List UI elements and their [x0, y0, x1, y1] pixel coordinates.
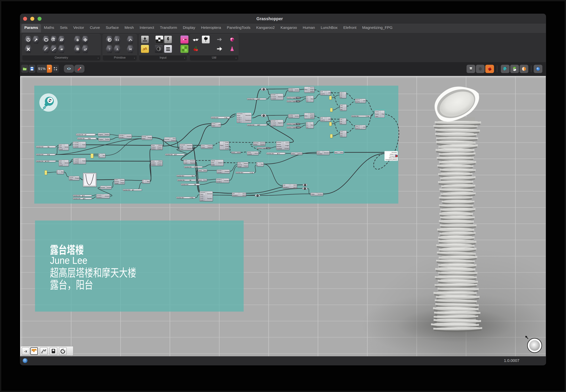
svg-text:0.1: 0.1	[116, 39, 119, 41]
svg-text:A: A	[116, 48, 119, 51]
svg-text:7: 7	[109, 48, 110, 51]
